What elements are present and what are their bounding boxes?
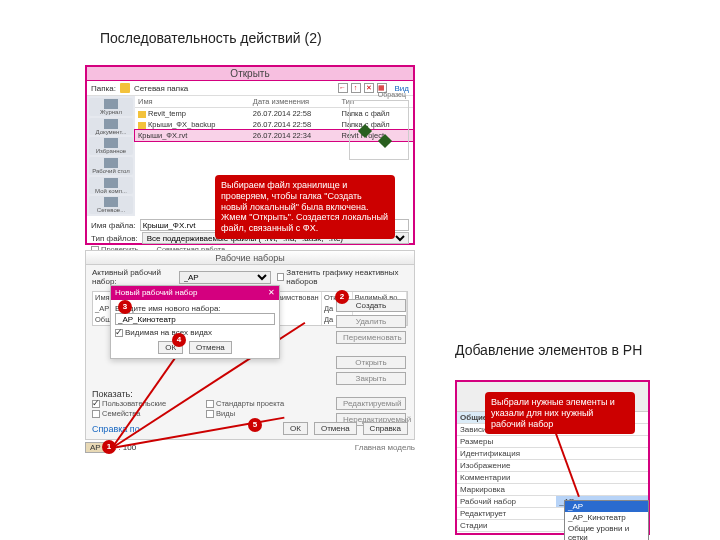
back-icon[interactable]: ← bbox=[338, 83, 348, 93]
show-user-checkbox[interactable]: Пользовательские bbox=[92, 399, 166, 408]
ws-option[interactable]: _АР bbox=[565, 501, 648, 512]
place-docs[interactable]: Документ... bbox=[89, 118, 133, 136]
filename-label: Имя файла: bbox=[91, 221, 136, 230]
show-label: Показать: bbox=[92, 389, 408, 399]
prop-edits: Редактирует bbox=[457, 508, 556, 519]
new-ws-name-label: Введите имя нового набора: bbox=[115, 304, 275, 313]
delete-icon[interactable]: ✕ bbox=[364, 83, 374, 93]
show-standards-checkbox[interactable]: Стандарты проекта bbox=[206, 399, 284, 408]
prop-phases: Стадии bbox=[457, 520, 556, 531]
ws-option[interactable]: _АР_Кинотеатр bbox=[565, 512, 648, 523]
prop-workset: Рабочий набор bbox=[457, 496, 556, 507]
ws-option[interactable]: Общие уровни и сетки bbox=[565, 523, 648, 540]
active-ws-select[interactable]: _АР bbox=[179, 271, 272, 284]
new-ws-name-input[interactable] bbox=[115, 313, 275, 325]
visible-all-views-checkbox[interactable]: Видимая на всех видах bbox=[115, 328, 275, 337]
folder-label: Папка: bbox=[91, 84, 116, 93]
close-icon[interactable]: ✕ bbox=[268, 286, 275, 300]
filetype-label: Тип файлов: bbox=[91, 234, 138, 243]
workset-dropdown[interactable]: _АР _АР_Кинотеатр Общие уровни и сетки bbox=[564, 500, 649, 540]
heading-add-elements: Добавление элементов в РН bbox=[455, 342, 655, 358]
step-badge-5: 5 bbox=[248, 418, 262, 432]
callout-instructions-1: Выбираем файл хранилище и проверяем, что… bbox=[215, 175, 395, 239]
new-workset-dialog: Новый рабочий набор✕ Введите имя нового … bbox=[110, 285, 280, 359]
place-desktop[interactable]: Рабочий стол bbox=[89, 157, 133, 175]
open-dialog-title: Открыть bbox=[87, 67, 413, 81]
active-ws-label: Активный рабочий набор: bbox=[92, 268, 173, 286]
folder-path[interactable]: Сетевая папка bbox=[134, 84, 188, 93]
folder-icon bbox=[120, 83, 130, 93]
new-ws-title: Новый рабочий набор bbox=[115, 286, 197, 300]
up-icon[interactable]: ↑ bbox=[351, 83, 361, 93]
close-ws-button[interactable]: Закрыть bbox=[336, 372, 406, 385]
delete-ws-button[interactable]: Удалить bbox=[336, 315, 406, 328]
new-ws-cancel-button[interactable]: Отмена bbox=[189, 341, 232, 354]
prop-image: Изображение bbox=[457, 460, 556, 471]
callout-instructions-2: Выбрали нужные элементы и указали для ни… bbox=[485, 392, 635, 434]
step-badge-3: 3 bbox=[118, 300, 132, 314]
place-network[interactable]: Сетевое... bbox=[89, 196, 133, 214]
rename-ws-button[interactable]: Переименовать bbox=[336, 331, 406, 344]
preview-pane: Образец bbox=[349, 100, 409, 160]
step-badge-1: 1 bbox=[102, 440, 116, 454]
gray-graphics-checkbox[interactable]: Затенить графику неактивных наборов bbox=[277, 268, 408, 286]
place-computer[interactable]: Мой комп... bbox=[89, 177, 133, 195]
open-ws-button[interactable]: Открыть bbox=[336, 356, 406, 369]
place-history[interactable]: Журнал bbox=[89, 98, 133, 116]
prop-comments: Комментарии bbox=[457, 472, 556, 483]
model-label: Главная модель bbox=[355, 443, 415, 452]
ws-ok-button[interactable]: ОК bbox=[283, 422, 308, 435]
worksets-title: Рабочие наборы bbox=[86, 251, 414, 265]
show-views-checkbox[interactable]: Виды bbox=[206, 409, 284, 418]
place-fav[interactable]: Избранное bbox=[89, 137, 133, 155]
step-badge-4: 4 bbox=[172, 333, 186, 347]
ws-help-button[interactable]: Справка bbox=[363, 422, 408, 435]
ws-cancel-button[interactable]: Отмена bbox=[314, 422, 357, 435]
prop-identity: Идентификация bbox=[457, 448, 556, 459]
show-families-checkbox[interactable]: Семейства bbox=[92, 409, 166, 418]
prop-dimensions: Размеры bbox=[457, 436, 556, 447]
prop-mark: Маркировка bbox=[457, 484, 556, 495]
heading-sequence: Последовательность действий (2) bbox=[100, 30, 400, 46]
places-sidebar: Журнал Документ... Избранное Рабочий сто… bbox=[87, 96, 135, 216]
step-badge-2: 2 bbox=[335, 290, 349, 304]
